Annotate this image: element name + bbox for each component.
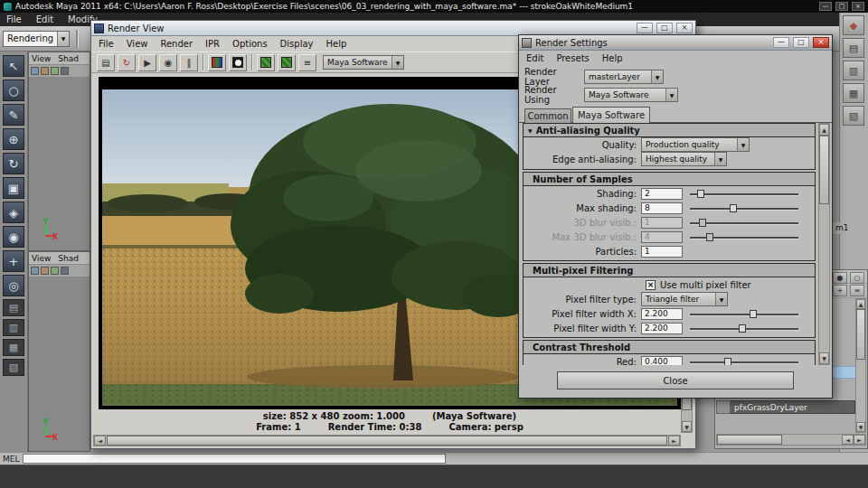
pixel-filter-type-dropdown[interactable]: Triangle filter ▼ [641,292,728,306]
slider-track[interactable] [690,208,798,210]
render-using-dropdown[interactable]: Maya Software ▼ [584,88,678,102]
slider-handle[interactable] [739,324,746,333]
slider-track[interactable] [690,314,798,315]
mel-label[interactable]: MEL [3,455,19,464]
max-shading-slider[interactable] [690,202,798,214]
panel-toolbar-icon[interactable] [61,67,69,75]
particles-field[interactable]: 1 [641,246,683,258]
scroll-left-button[interactable]: ◄ [842,435,854,445]
pixel-filter-width-x-field[interactable]: 2.200 [641,308,683,320]
panel-menu-view[interactable]: View [32,54,51,63]
rv-menu-view[interactable]: View [127,39,148,49]
panel-toolbar-icon[interactable] [51,67,59,75]
panel-menu-shading[interactable]: Shad [58,54,79,63]
menu-set-dropdown[interactable]: Rendering ▼ [3,31,70,47]
scrollbar-thumb[interactable] [717,435,782,445]
open-file-button[interactable]: ▤ [97,54,115,71]
panel-toolbar-icon[interactable] [51,267,59,275]
render-settings-titlebar[interactable]: Render Settings — □ × [519,35,832,51]
rs-menu-edit[interactable]: Edit [526,53,543,63]
redo-render-button[interactable]: ↻ [118,54,136,71]
scrollbar-thumb[interactable] [107,436,667,446]
ipr-render-button[interactable]: ▶ [138,54,156,71]
alpha-channel-button[interactable] [229,54,247,71]
rv-menu-ipr[interactable]: IPR [205,39,220,49]
renderer-dropdown[interactable]: Maya Software ▼ [323,55,404,70]
hypershade-pane-button[interactable]: ▧ [843,106,864,126]
pixel-filter-width-x-slider[interactable] [690,308,798,320]
layer-visibility-toggle[interactable] [716,400,731,414]
render-view-maximize-button[interactable]: □ [656,23,673,33]
shading-slider[interactable] [690,188,798,200]
soft-mod-tool-button[interactable]: ◉ [3,226,24,248]
layer-row[interactable]: pfxGrassDryLayer [716,400,855,414]
two-pane-layout-button[interactable]: ▥ [3,319,24,336]
edge-antialiasing-dropdown[interactable]: Highest quality ▼ [641,152,727,166]
panel-menu-view[interactable]: View [32,254,51,263]
rv-menu-file[interactable]: File [99,39,114,49]
slider-handle[interactable] [724,358,731,366]
select-tool-button[interactable]: ↖ [3,55,24,77]
max-shading-field[interactable]: 8 [641,202,683,214]
scroll-right-button[interactable]: ► [854,435,865,445]
rv-menu-options[interactable]: Options [232,39,268,49]
scroll-up-button[interactable]: ▲ [856,299,865,309]
mel-command-input[interactable] [23,454,446,464]
quality-dropdown[interactable]: Production quality ▼ [641,137,750,152]
scroll-down-button[interactable]: ▼ [856,422,865,432]
layer-horizontal-scrollbar[interactable]: ◄ ► [716,434,866,446]
scroll-right-button[interactable]: ► [668,436,680,446]
show-manipulator-button[interactable]: + [3,250,24,272]
pause-ipr-button[interactable]: ‖ [180,54,198,71]
four-pane-button[interactable]: ▦ [843,83,864,103]
window-minimize-button[interactable]: — [819,2,832,11]
lasso-tool-button[interactable]: ○ [3,80,24,101]
viewport-panel-top[interactable]: View Shad Y X [28,52,90,251]
scale-tool-button[interactable]: ▣ [3,177,24,199]
scrollbar-thumb[interactable] [819,136,829,204]
pixel-filter-width-y-field[interactable]: 2.200 [641,323,683,334]
render-view-minimize-button[interactable]: — [637,23,653,33]
display-layer-tab-icon[interactable]: ● [833,272,847,284]
slider-handle[interactable] [750,310,757,318]
settings-close-button[interactable]: × [813,37,829,48]
panel-toolbar-icon[interactable] [61,267,69,275]
single-pane-layout-button[interactable]: ▤ [3,299,24,316]
slider-handle[interactable] [730,204,737,212]
rgb-channels-button[interactable] [208,54,226,71]
tab-common[interactable]: Common [524,108,571,123]
statusline-separator[interactable] [76,30,78,48]
panel-toolbar-icon[interactable] [41,267,49,275]
render-layer-dropdown[interactable]: masterLayer ▼ [584,70,664,84]
scroll-up-button[interactable]: ▲ [819,124,829,136]
last-tool-button[interactable]: ◎ [3,275,24,296]
exposure-toggle-button[interactable] [278,54,296,71]
slider-track[interactable] [690,361,798,363]
scroll-left-button[interactable]: ◄ [94,436,106,446]
layer-options-icon[interactable]: ≡ [850,285,864,296]
viewport-panel-bottom[interactable]: View Shad Y X [28,251,90,452]
display-settings-button[interactable]: ≡ [298,54,316,71]
menu-file[interactable]: File [6,14,22,24]
persp-outliner-layout-button[interactable]: ▧ [3,359,24,376]
menu-edit[interactable]: Edit [36,14,53,24]
close-button[interactable]: Close [557,371,794,389]
panel-toolbar-icon[interactable] [31,67,39,75]
rv-menu-display[interactable]: Display [280,39,314,49]
tab-maya-software[interactable]: Maya Software [572,107,650,123]
snapshot-button[interactable]: ◉ [159,54,177,71]
render-view-hscrollbar[interactable]: ◄ ► [93,435,681,446]
window-maximize-button[interactable]: □ [835,2,848,11]
contrast-red-slider[interactable] [690,356,798,366]
pixel-filter-width-y-slider[interactable] [690,323,798,334]
new-layer-icon[interactable]: + [833,285,847,296]
rv-menu-render[interactable]: Render [160,39,193,49]
single-pane-button[interactable]: ▤ [843,38,864,58]
panel-toolbar-icon[interactable] [31,267,39,275]
move-tool-button[interactable]: ⊕ [3,128,24,150]
slider-track[interactable] [690,193,798,195]
antialiasing-header[interactable]: ▼ Anti-aliasing Quality [524,124,815,137]
slider-handle[interactable] [697,190,704,198]
scroll-down-button[interactable]: ▼ [819,352,829,364]
scrollbar-thumb[interactable] [856,309,865,360]
